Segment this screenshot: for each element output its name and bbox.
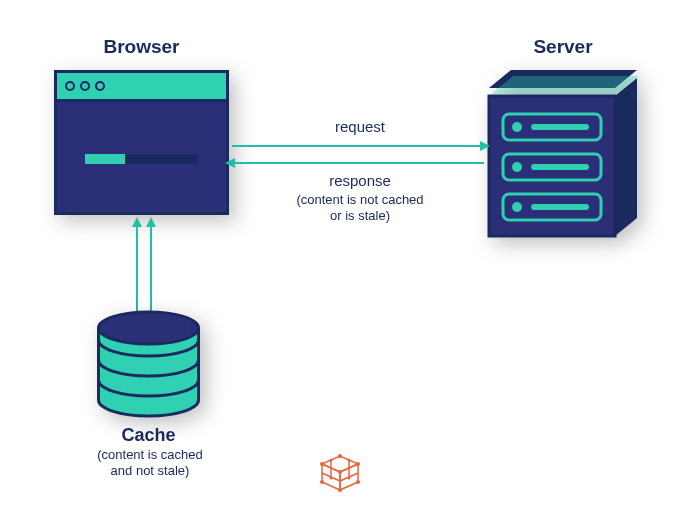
response-arrowhead-icon — [225, 158, 235, 168]
server-rack — [487, 68, 639, 238]
svg-rect-10 — [531, 124, 589, 130]
svg-point-37 — [338, 488, 342, 492]
browser-titlebar — [57, 73, 226, 102]
cache-arrowhead-left-icon — [132, 217, 142, 227]
svg-point-7 — [512, 122, 522, 132]
svg-marker-24 — [322, 456, 358, 472]
server-title: Server — [487, 36, 639, 58]
svg-rect-12 — [531, 204, 589, 210]
svg-rect-11 — [531, 164, 589, 170]
svg-point-32 — [338, 454, 342, 458]
decorative-cube-icon — [316, 450, 366, 495]
svg-point-33 — [356, 462, 360, 466]
svg-point-8 — [512, 162, 522, 172]
progress-bar-fill — [85, 154, 125, 164]
window-dot-icon — [95, 81, 105, 91]
svg-point-36 — [356, 480, 360, 484]
window-dot-icon — [65, 81, 75, 91]
browser-viewport — [57, 102, 226, 212]
cache-arrowhead-right-icon — [146, 217, 156, 227]
svg-point-39 — [348, 459, 351, 462]
server-icon — [487, 68, 639, 238]
response-arrow-line — [232, 162, 484, 164]
svg-point-40 — [330, 477, 333, 480]
svg-point-9 — [512, 202, 522, 212]
cache-title: Cache — [96, 425, 201, 446]
svg-point-31 — [320, 462, 324, 466]
cache-arrow-line-left — [136, 222, 138, 311]
progress-bar-track — [85, 154, 198, 164]
browser-window — [54, 70, 229, 215]
cache-store — [96, 310, 201, 418]
request-arrow-line — [232, 145, 484, 147]
svg-point-41 — [348, 477, 351, 480]
response-sublabel: (content is not cachedor is stale) — [280, 192, 440, 225]
browser-frame — [54, 70, 229, 215]
browser-title: Browser — [54, 36, 229, 58]
response-label: response — [300, 172, 420, 189]
cache-arrow-line-right — [150, 222, 152, 311]
window-dot-icon — [80, 81, 90, 91]
cache-icon — [96, 310, 201, 418]
svg-point-35 — [320, 480, 324, 484]
request-arrowhead-icon — [480, 141, 490, 151]
svg-point-23 — [99, 312, 199, 344]
cache-sublabel: (content is cachedand not stale) — [70, 447, 230, 480]
svg-marker-1 — [491, 76, 639, 94]
svg-marker-3 — [615, 78, 637, 236]
svg-point-34 — [338, 470, 342, 474]
request-label: request — [300, 118, 420, 135]
svg-point-38 — [330, 459, 333, 462]
